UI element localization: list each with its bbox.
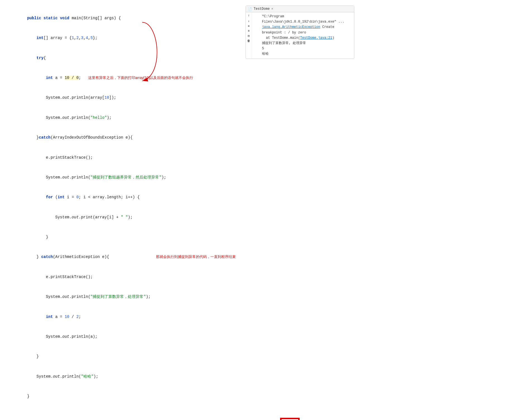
console-icon-down[interactable]: ↓ xyxy=(248,19,250,23)
code-line-11: System.out.print(array[i] + " "); xyxy=(8,207,237,227)
code-line-18: } xyxy=(8,347,237,367)
console-stacktrace-link-top[interactable]: TestDome.java:21 xyxy=(300,36,332,40)
console-icon-wrap2[interactable]: ≡ xyxy=(248,29,250,33)
down-arrow-container xyxy=(78,418,502,420)
console-line-4-top: 捕捉到了算数异常, 处理异常 xyxy=(262,41,352,46)
console-icon-up[interactable]: ↑ xyxy=(248,14,250,18)
code-line-3: try{ xyxy=(8,48,237,68)
console-content-top: "C:\Program Files\Java\jdk1.8.0_192\bin\… xyxy=(260,12,354,59)
top-section: public static void main(String[] args) {… xyxy=(8,6,502,409)
console-close-top[interactable]: × xyxy=(271,7,273,11)
console-line-3-top: at TestDome.main(TestDome.java:21) xyxy=(262,35,352,41)
code-line-2: int[] array = {1,2,3,4,5}; xyxy=(8,28,237,48)
code-line-19: System.out.println("哈哈"); xyxy=(8,367,237,387)
code-line-16: int a = 10 / 2; xyxy=(8,307,237,327)
code-line-10: for (int i = 0; i < array.length; i++) { xyxy=(8,188,237,207)
code-line-6: System.out.println("hello"); xyxy=(8,108,237,128)
top-code-block: public static void main(String[] args) {… xyxy=(8,6,237,409)
code-line-4: int a = 10 / 0; 这里有异常之后，下面的打印array[10]以及… xyxy=(8,68,237,88)
page-container: public static void main(String[] args) {… xyxy=(0,0,510,420)
arrow-rect xyxy=(280,418,300,420)
console-icon-print[interactable]: ⊟ xyxy=(248,34,250,38)
code-line-17: System.out.println(a); xyxy=(8,327,237,347)
console-line-1-top: "C:\Program Files\Java\jdk1.8.0_192\bin\… xyxy=(262,14,352,25)
code-line-13: } catch(ArithmeticException e){ 那就会执行到捕捉… xyxy=(8,247,237,267)
console-line-5-top: 5 xyxy=(262,46,352,51)
code-line-1: public static void main(String[] args) { xyxy=(8,8,237,28)
console-icon-trash[interactable]: 🗑 xyxy=(247,39,250,43)
code-line-7: }catch(ArrayIndexOutOfBoundsException e)… xyxy=(8,128,237,148)
console-panel-top: 📄 TestDome × ↑ ↓ ≡ ≡ ⊟ 🗑 "C:\Program Fil… xyxy=(246,6,354,59)
code-line-15: System.out.println("捕捉到了算数异常，处理异常"); xyxy=(8,287,237,307)
console-tab-label-top: TestDome xyxy=(254,7,270,11)
code-line-9: System.out.println("捕捉到了数组越界异常，然后处理异常"); xyxy=(8,168,237,187)
code-line-12: } xyxy=(8,227,237,247)
code-line-20: } xyxy=(8,387,237,406)
console-icon-wrap1[interactable]: ≡ xyxy=(248,25,250,28)
code-line-14: e.printStackTrace(); xyxy=(8,267,237,287)
console-exception-link-top[interactable]: java.lang.ArithmeticException xyxy=(262,25,320,29)
console-tab-top: 📄 TestDome × xyxy=(246,6,354,12)
code-line-8: e.printStackTrace(); xyxy=(8,148,237,168)
console-line-2-top: java.lang.ArithmeticException Create bre… xyxy=(262,25,352,35)
console-tab-icon: 📄 xyxy=(248,7,252,11)
code-line-5: System.out.println(array[10]); xyxy=(8,88,237,108)
console-line-6-top: 哈哈 xyxy=(262,51,352,57)
down-arrow xyxy=(276,418,304,420)
